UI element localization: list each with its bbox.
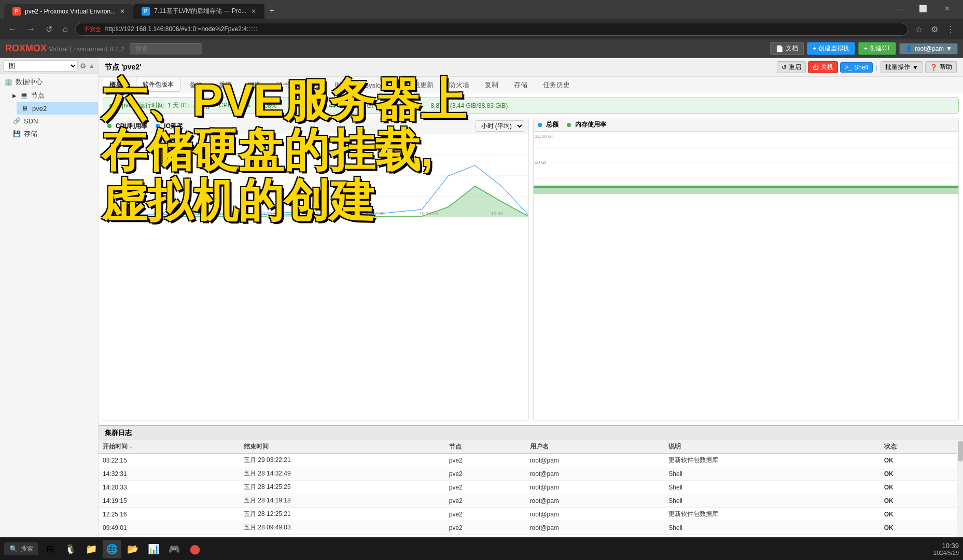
tab-summary[interactable]: 概要 xyxy=(103,78,130,92)
col-desc[interactable]: 说明 xyxy=(664,440,880,454)
taskbar-browser-icon[interactable]: 🌐 xyxy=(103,540,121,558)
tab-bar: 概要 软件包版本 备注 系统 网络 证书 DNS 时间 Syslog 软件包更新… xyxy=(99,77,963,93)
taskbar-start-icon[interactable]: ⊞ xyxy=(40,540,59,558)
log-row-1[interactable]: 14:32:31 五月 28 14:32:49 pve2 root@pam Sh… xyxy=(99,467,957,481)
taskbar-files-icon[interactable]: 📁 xyxy=(82,540,101,558)
sidebar-view-dropdown[interactable]: 图 列表 xyxy=(3,60,78,72)
tab-dns[interactable]: DNS xyxy=(299,79,326,91)
nav-extra-buttons: ☆ ⚙ ⋮ xyxy=(912,22,958,36)
taskbar-folder-icon[interactable]: 📂 xyxy=(123,540,142,558)
col-end-time[interactable]: 结束时间 xyxy=(240,440,445,454)
tab-network[interactable]: 网络 xyxy=(241,78,268,92)
log-cell-start: 14:19:15 xyxy=(99,494,240,508)
taskbar-search-icon: 🔍 xyxy=(9,545,18,553)
log-row-4[interactable]: 12:25:16 五月 28 12:25:21 pve2 root@pam 更新… xyxy=(99,508,957,521)
log-row-3[interactable]: 14:19:15 五月 28 14:19:18 pve2 root@pam Sh… xyxy=(99,494,957,508)
browser-tab-2[interactable]: P 7.11基于LVM的后端存储 — Pro... ✕ xyxy=(133,4,264,19)
tab-close-2[interactable]: ✕ xyxy=(251,8,256,15)
new-tab-button[interactable]: + xyxy=(264,3,280,19)
docs-button[interactable]: 📄 文档 xyxy=(770,42,804,55)
svg-text:09:30:00: 09:30:00 xyxy=(103,211,122,216)
col-start-time[interactable]: 开始时间 ↓ xyxy=(99,440,240,454)
address-bar[interactable]: 不安全 https://192.168.1.146:8006/#v1:0:=no… xyxy=(75,23,908,36)
top-search-input[interactable] xyxy=(130,43,202,54)
taskbar-linux-icon[interactable]: 🐧 xyxy=(61,540,80,558)
browser-tab-active[interactable]: P pve2 - Proxmox Virtual Environ... ✕ xyxy=(4,4,133,19)
taskbar-app2-icon[interactable]: ⬤ xyxy=(186,540,204,558)
shutdown-icon: ⏻ xyxy=(813,64,819,71)
log-row-2[interactable]: 14:20:33 五月 28 14:25:25 pve2 root@pam Sh… xyxy=(99,481,957,494)
col-status[interactable]: 状态 xyxy=(880,440,957,454)
log-cell-user: root@pam xyxy=(526,508,665,521)
sidebar-item-storage[interactable]: 存储 xyxy=(8,127,98,141)
time-period-selector[interactable]: 小时 (平均) 天 (平均) 周 (平均) xyxy=(476,120,524,132)
cpu-chart-svg: 09:30:00 09:40:00 09:50:00 10:00:00 10:1… xyxy=(103,134,528,217)
sidebar-item-datacenter[interactable]: 数据中心 xyxy=(0,75,98,89)
tab-packages[interactable]: 软件包版本 xyxy=(136,78,180,92)
tab-system[interactable]: 系统 xyxy=(212,78,239,92)
browser-chrome: P pve2 - Proxmox Virtual Environ... ✕ P … xyxy=(0,0,963,39)
shutdown-button[interactable]: ⏻ 关机 xyxy=(808,61,838,73)
log-cell-node: pve2 xyxy=(445,494,526,508)
bulk-actions-button[interactable]: 批量操作 ▼ xyxy=(881,61,923,73)
sidebar-item-node[interactable]: ▶ 节点 xyxy=(8,89,98,102)
tab-close-active[interactable]: ✕ xyxy=(120,8,125,15)
taskbar-chart-icon[interactable]: 📊 xyxy=(144,540,163,558)
col-node[interactable]: 节点 xyxy=(445,440,526,454)
tab-time[interactable]: 时间 xyxy=(328,78,355,92)
svg-text:10:39: 10:39 xyxy=(491,211,503,216)
tab-task-history[interactable]: 任务历史 xyxy=(536,78,577,92)
menu-button[interactable]: ⋮ xyxy=(943,22,958,36)
content-area: 图 列表 ⚙ ▲ 数据中心 ▶ 节点 xyxy=(0,58,963,560)
panel-title: 节点 'pve2' xyxy=(105,63,141,72)
tab-syslog[interactable]: Syslog xyxy=(357,79,391,91)
nav-forward-button[interactable]: → xyxy=(24,22,38,36)
sidebar-item-sdn[interactable]: SDN xyxy=(8,115,98,127)
main-panel: 节点 'pve2' ↺ 重启 ⏻ 关机 >_ Shell | xyxy=(99,58,963,560)
io-chart-title: IO延迟 xyxy=(164,122,183,131)
restart-button[interactable]: ↺ 重启 xyxy=(777,61,806,73)
create-vm-button[interactable]: + 创建虚拟机 xyxy=(807,42,855,55)
minimize-button[interactable]: — xyxy=(887,0,911,19)
log-cell-desc: Shell xyxy=(664,481,880,494)
log-row-5[interactable]: 09:49:01 五月 28 09:49:03 pve2 root@pam Sh… xyxy=(99,521,957,535)
log-scroll-thumb[interactable] xyxy=(958,441,963,461)
log-cell-node: pve2 xyxy=(445,467,526,481)
tab-notes[interactable]: 备注 xyxy=(183,78,210,92)
close-button[interactable]: ✕ xyxy=(935,0,959,19)
restore-button[interactable]: ⬜ xyxy=(911,0,935,19)
col-user[interactable]: 用户名 xyxy=(526,440,665,454)
browser-tabs: P pve2 - Proxmox Virtual Environ... ✕ P … xyxy=(0,0,963,19)
sidebar-item-pve2[interactable]: pve2 xyxy=(17,102,98,115)
tab-replication[interactable]: 复制 xyxy=(478,78,505,92)
tab-storage-tab[interactable]: 存储 xyxy=(507,78,534,92)
user-icon: 👤 xyxy=(905,45,913,52)
extension-button[interactable]: ⚙ xyxy=(928,22,941,36)
nav-home-button[interactable]: ⌂ xyxy=(60,22,71,36)
bookmark-button[interactable]: ☆ xyxy=(912,22,926,36)
create-ct-button[interactable]: + 创建CT xyxy=(858,42,896,55)
log-cell-desc: Shell xyxy=(664,467,880,481)
top-bar: ROXMOXVirtual Environment 8.2.2 📄 文档 + 创… xyxy=(0,39,963,58)
log-cell-user: root@pam xyxy=(526,467,665,481)
help-button[interactable]: ❓ 帮助 xyxy=(925,61,957,73)
nav-refresh-button[interactable]: ↺ xyxy=(43,22,55,36)
taskbar-search-area[interactable]: 🔍 搜索 xyxy=(4,542,38,555)
log-row-0[interactable]: 03:22:15 五月 29 03:22:21 pve2 root@pam 更新… xyxy=(99,454,957,467)
cpu-chart-box: CPU利用率 IO延迟 小时 (平均) 天 (平均) 周 (平均) xyxy=(103,118,529,421)
taskbar-app1-icon[interactable]: 🎮 xyxy=(165,540,184,558)
mem-chart-box: 总额 内存使用率 xyxy=(533,118,959,421)
taskbar-clock: 10:39 2024/5/29 xyxy=(933,542,959,556)
nav-back-button[interactable]: ← xyxy=(5,22,20,36)
node-status-label: pve2 (运行时间: 1 天 01:... xyxy=(122,101,194,110)
shell-button[interactable]: >_ Shell xyxy=(840,62,872,73)
tab-updates[interactable]: 软件包更新 xyxy=(393,78,440,92)
url-display: https://192.168.1.146:8006/#v1:0:=node%2… xyxy=(105,25,257,33)
user-menu-button[interactable]: 👤 root@pam ▼ xyxy=(899,43,958,54)
tab-certs[interactable]: 证书 xyxy=(270,78,297,92)
log-cell-node: pve2 xyxy=(445,454,526,467)
sidebar-spacer xyxy=(0,142,98,544)
tab-firewall[interactable]: 防火墙 xyxy=(442,78,476,92)
tab-favicon-active: P xyxy=(12,7,21,16)
sidebar-settings-button[interactable]: ⚙ xyxy=(80,62,87,70)
